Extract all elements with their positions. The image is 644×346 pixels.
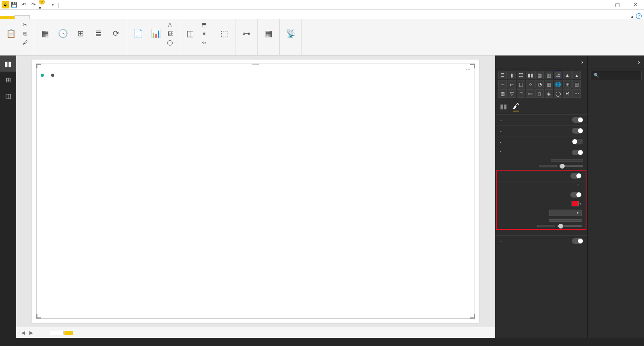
format-painter-button[interactable]: 🖌 [20,38,31,47]
textsize-slider[interactable] [557,225,582,227]
undo-button[interactable]: ↶ [19,0,28,9]
report-view-button[interactable]: ▮▮ [0,56,16,72]
help-icon[interactable]: ? [636,13,642,19]
fields-tab-icon[interactable]: ▮▮ [500,103,507,111]
revert-default-link[interactable] [495,231,587,235]
viz-scatter-icon[interactable]: ⁘ [526,80,535,89]
edit-interactions-button[interactable]: ◫ [182,20,198,47]
collapse-icon[interactable]: › [581,59,583,65]
viz-matrix-icon[interactable]: ▦ [572,80,581,89]
page-next-button[interactable]: ▶ [27,329,35,336]
add-page-button[interactable] [64,331,73,335]
arrange-button[interactable]: ⬒ [199,20,211,29]
format-totalsales-section[interactable]: ⌃ [497,181,586,190]
textsize-input[interactable] [537,225,555,227]
ribbon-collapse-icon[interactable]: ▴ [631,14,634,19]
format-xaxis-row[interactable]: ⌄ [495,114,587,125]
page-tab-2[interactable] [50,331,64,335]
toggle-switch[interactable] [572,238,583,244]
viz-100-bar-icon[interactable]: ▤ [535,71,544,79]
panel-header-visualizations[interactable]: › [495,56,587,68]
publish-button[interactable]: 📡 [282,20,299,47]
textsize-input[interactable] [539,165,557,167]
get-data-button[interactable]: ▦ [37,20,54,47]
decimal-select[interactable] [549,219,582,222]
viz-stacked-col-icon[interactable]: ▮ [508,71,516,79]
viz-r-icon[interactable]: R [563,89,572,98]
new-page-button[interactable]: 📄 [130,20,147,47]
toggle-switch[interactable] [572,150,583,155]
viz-import-icon[interactable]: ⋯ [572,89,581,98]
minimize-button[interactable]: — [591,0,609,10]
visual-container[interactable]: ═══ ⛶ ⋯ [36,64,475,319]
viz-clustered-col-icon[interactable]: ▮▮ [526,71,535,79]
toggle-switch[interactable] [570,173,582,179]
viz-kpi-icon[interactable]: ◈ [545,89,553,98]
viz-stacked-area-icon[interactable]: ▴ [572,71,581,79]
viz-filled-map-icon[interactable]: ▨ [498,89,507,98]
decimal-select[interactable] [551,159,583,162]
displayunits-select[interactable]: ▾ [549,210,582,216]
page-tab-1[interactable] [35,331,49,335]
viz-line-col-icon[interactable]: ⫬ [498,80,507,89]
new-visual-button[interactable]: 📊 [147,20,164,47]
viz-waterfall-icon[interactable]: ⬚ [517,80,525,89]
viz-donut-icon[interactable]: ◯ [554,89,562,98]
viz-line-icon[interactable]: ⦨ [554,71,562,79]
drag-handle-icon[interactable]: ═══ [250,63,262,65]
maximize-button[interactable]: ▢ [609,0,626,10]
viz-map-icon[interactable]: 🌐 [554,80,562,89]
relationship-view-button[interactable]: ◫ [0,88,16,104]
viz-pie-icon[interactable]: ◔ [535,80,544,89]
viz-treemap-icon[interactable]: ▦ [545,80,553,89]
text-box-button[interactable]: A [165,20,176,29]
collapse-icon[interactable]: › [638,59,640,65]
viz-stacked-bar-icon[interactable]: ☰ [498,71,507,79]
format-yaxis-row[interactable]: ⌄ [495,125,587,136]
page-view-button[interactable]: ⬚ [216,20,233,47]
tab-home[interactable] [14,15,30,19]
format-refline-row[interactable]: ⌄ [495,136,587,147]
viz-clustered-bar-icon[interactable]: ☷ [517,71,525,79]
qat-dropdown[interactable]: ▾ [48,0,57,9]
redo-button[interactable]: ↷ [29,0,38,9]
format-showall-row[interactable] [497,171,586,181]
fields-search-input[interactable]: 🔍 [590,71,642,80]
report-canvas[interactable]: ═══ ⛶ ⋯ [32,60,479,323]
toggle-switch[interactable] [572,117,583,123]
toggle-switch[interactable] [570,192,582,198]
format-title-row[interactable]: ⌄ [495,235,587,246]
copy-button[interactable]: ⎘ [20,29,31,38]
paste-button[interactable]: 📋 [2,20,19,47]
viz-line-col2-icon[interactable]: ⫭ [508,80,516,89]
viz-card-icon[interactable]: ▭ [526,89,535,98]
recent-sources-button[interactable]: 🕓 [54,20,71,47]
color-swatch[interactable] [572,201,579,206]
close-button[interactable]: ✕ [626,0,644,10]
smiley-icon[interactable]: 🙂▾ [39,0,47,9]
viz-table-icon[interactable]: ⊞ [563,80,572,89]
distribute-button[interactable]: ⇔ [199,38,211,47]
manage-relationships-button[interactable]: ⊶ [238,20,255,47]
new-measure-button[interactable]: ▦ [260,20,277,47]
viz-gauge-icon[interactable]: ◠ [517,89,525,98]
focus-mode-icon[interactable]: ⛶ [459,66,464,72]
more-options-icon[interactable]: ⋯ [466,66,471,72]
format-datalabels-row[interactable]: ⌃ [495,147,587,158]
tab-file[interactable] [0,16,14,19]
enter-data-button[interactable]: ⊞ [72,20,89,47]
viz-area-icon[interactable]: ▲ [563,71,572,79]
refresh-button[interactable]: ⟳ [107,20,124,47]
image-button[interactable]: 🖼 [165,29,176,38]
textsize-slider[interactable] [559,165,583,167]
save-button[interactable]: 💾 [10,0,19,9]
cut-button[interactable]: ✂ [20,20,31,29]
panel-header-fields[interactable]: › [588,56,644,68]
viz-multi-card-icon[interactable]: ▯ [535,89,544,98]
edit-queries-button[interactable]: ≣ [90,20,107,47]
toggle-switch[interactable] [572,139,583,144]
viz-funnel-icon[interactable]: ▽ [508,89,516,98]
viz-100-col-icon[interactable]: ▥ [545,71,553,79]
data-view-button[interactable]: ⊞ [0,72,16,88]
format-tab-icon[interactable]: 🖌 [513,103,519,111]
